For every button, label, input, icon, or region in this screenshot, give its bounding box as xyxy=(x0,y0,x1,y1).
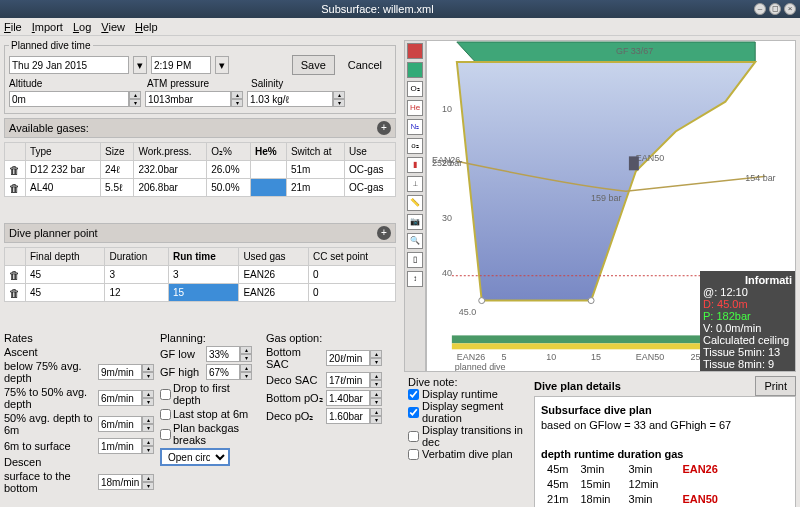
bpo2-input[interactable] xyxy=(326,390,370,406)
gasopt-panel: Gas option: Bottom SAC▴▾ Deco SAC▴▾ Bott… xyxy=(266,332,384,494)
table-row[interactable]: 🗑451215EAN260 xyxy=(5,284,396,302)
tool-icon[interactable] xyxy=(407,43,423,59)
table-row[interactable]: 🗑D12 232 bar24ℓ232.0bar26.0%51mOC-gas xyxy=(5,161,396,179)
svg-text:40: 40 xyxy=(442,268,452,278)
svg-point-21 xyxy=(479,298,485,304)
svg-text:15: 15 xyxy=(591,352,601,362)
menu-file[interactable]: File xyxy=(4,21,22,33)
svg-text:EAN50: EAN50 xyxy=(636,153,664,163)
salinity-label: Salinity xyxy=(251,78,283,89)
add-point-button[interactable]: + xyxy=(377,226,391,240)
points-table: Final depthDurationRun timeUsed gasCC se… xyxy=(4,247,396,302)
camera-icon[interactable]: 📷 xyxy=(407,214,423,230)
circuit-select[interactable]: Open circ… xyxy=(160,448,230,466)
gf-label: GF 33/67 xyxy=(616,46,653,56)
svg-text:154 bar: 154 bar xyxy=(745,173,775,183)
points-header: Dive planner point + xyxy=(4,223,396,243)
gfhigh-input[interactable] xyxy=(206,364,240,380)
atm-input[interactable] xyxy=(145,91,231,107)
planning-panel: Planning: GF low▴▾ GF high▴▾ Drop to fir… xyxy=(160,332,260,494)
time-dropdown-icon[interactable]: ▾ xyxy=(215,56,229,74)
svg-text:159 bar: 159 bar xyxy=(591,193,621,203)
backgas-check[interactable] xyxy=(160,429,171,440)
dsac-input[interactable] xyxy=(326,372,370,388)
print-button[interactable]: Print xyxy=(755,376,796,396)
svg-text:30: 30 xyxy=(442,213,452,223)
tool-icon[interactable]: N₂ xyxy=(407,119,423,135)
spin-up-icon[interactable]: ▴ xyxy=(129,91,141,99)
diver-icon xyxy=(629,156,639,170)
plan-details-title: Dive plan details xyxy=(534,380,621,392)
trash-icon[interactable]: 🗑 xyxy=(9,182,21,194)
menubar: File Import Log View Help xyxy=(0,18,800,36)
window-title: Subsurface: willem.xml xyxy=(4,3,751,15)
ruler-icon[interactable]: 📏 xyxy=(407,195,423,211)
minimize-button[interactable]: – xyxy=(754,3,766,15)
chart-toolbar: O₂ He N₂ o₂ ▮ ⟂ 📏 📷 🔍 ▯ ↕ xyxy=(404,40,426,372)
plan-details-text: Subsurface dive plan based on GFlow = 33… xyxy=(534,396,796,507)
tool-icon[interactable]: ↕ xyxy=(407,271,423,287)
svg-text:10: 10 xyxy=(442,104,452,114)
trash-icon[interactable]: 🗑 xyxy=(9,269,21,281)
add-gas-button[interactable]: + xyxy=(377,121,391,135)
rate-input[interactable] xyxy=(98,416,142,432)
drop-check[interactable] xyxy=(160,389,171,400)
gases-table: TypeSizeWork.press.O₂%He%Switch atUse 🗑D… xyxy=(4,142,396,197)
svg-text:EAN50: EAN50 xyxy=(636,352,664,362)
last6-check[interactable] xyxy=(160,409,171,420)
atm-label: ATM pressure xyxy=(147,78,209,89)
segment-check[interactable] xyxy=(408,407,419,418)
zoom-icon[interactable]: 🔍 xyxy=(407,233,423,249)
tool-icon[interactable] xyxy=(407,62,423,78)
date-dropdown-icon[interactable]: ▾ xyxy=(133,56,147,74)
menu-import[interactable]: Import xyxy=(32,21,63,33)
rate-input[interactable] xyxy=(98,390,142,406)
gases-header: Available gases: + xyxy=(4,118,396,138)
rate-input[interactable] xyxy=(98,364,142,380)
svg-text:EAN26: EAN26 xyxy=(457,352,485,362)
dive-profile-chart[interactable]: GF 33/67 232 bar 159 bar EAN50 154 bar 1… xyxy=(426,40,796,372)
verbatim-check[interactable] xyxy=(408,449,419,460)
tool-icon[interactable]: o₂ xyxy=(407,138,423,154)
menu-view[interactable]: View xyxy=(101,21,125,33)
titlebar: Subsurface: willem.xml – ◻ × xyxy=(0,0,800,18)
svg-text:5: 5 xyxy=(502,352,507,362)
svg-text:planned dive: planned dive xyxy=(455,362,506,371)
rates-panel: Rates Ascent below 75% avg. depth▴▾ 75% … xyxy=(4,332,154,494)
time-input[interactable] xyxy=(151,56,211,74)
transitions-check[interactable] xyxy=(408,431,419,442)
tank-icon[interactable]: ▯ xyxy=(407,252,423,268)
svg-text:45.0: 45.0 xyxy=(459,308,476,318)
bsac-input[interactable] xyxy=(326,350,370,366)
close-button[interactable]: × xyxy=(784,3,796,15)
cancel-button[interactable]: Cancel xyxy=(339,55,391,75)
menu-help[interactable]: Help xyxy=(135,21,158,33)
dive-notes-panel: Dive note: Display runtime Display segme… xyxy=(404,376,534,507)
rate-input[interactable] xyxy=(98,474,142,490)
tool-icon[interactable]: ▮ xyxy=(407,157,423,173)
runtime-check[interactable] xyxy=(408,389,419,400)
menu-log[interactable]: Log xyxy=(73,21,91,33)
altitude-input[interactable] xyxy=(9,91,129,107)
svg-text:10: 10 xyxy=(546,352,556,362)
table-row[interactable]: 🗑AL405.5ℓ206.8bar50.0%21mOC-gas xyxy=(5,179,396,197)
save-button[interactable]: Save xyxy=(292,55,335,75)
table-row[interactable]: 🗑4533EAN260 xyxy=(5,266,396,284)
tool-icon[interactable]: ⟂ xyxy=(407,176,423,192)
date-input[interactable] xyxy=(9,56,129,74)
svg-point-22 xyxy=(588,298,594,304)
gflow-input[interactable] xyxy=(206,346,240,362)
svg-text:EAN26: EAN26 xyxy=(432,155,460,165)
salinity-input[interactable] xyxy=(247,91,333,107)
rate-input[interactable] xyxy=(98,438,142,454)
info-tooltip: Informati @: 12:10 D: 45.0m P: 182bar V:… xyxy=(700,271,795,372)
spin-down-icon[interactable]: ▾ xyxy=(129,99,141,107)
planned-legend: Planned dive time xyxy=(9,40,93,51)
tool-icon[interactable]: O₂ xyxy=(407,81,423,97)
tool-icon[interactable]: He xyxy=(407,100,423,116)
dpo2-input[interactable] xyxy=(326,408,370,424)
trash-icon[interactable]: 🗑 xyxy=(9,287,21,299)
trash-icon[interactable]: 🗑 xyxy=(9,164,21,176)
altitude-label: Altitude xyxy=(9,78,42,89)
maximize-button[interactable]: ◻ xyxy=(769,3,781,15)
